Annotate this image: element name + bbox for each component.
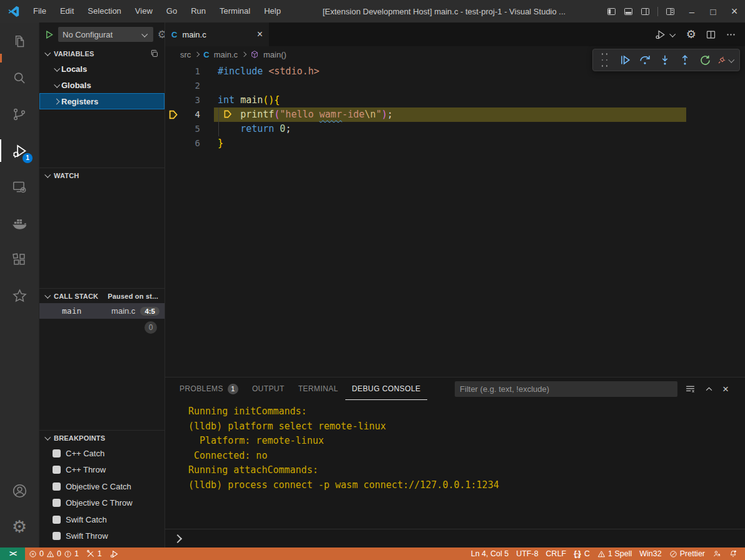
- breakpoint-checkbox[interactable]: [53, 516, 61, 524]
- breakpoint-checkbox[interactable]: [53, 532, 61, 540]
- restart-icon[interactable]: [697, 52, 713, 68]
- breakpoint-row[interactable]: C++ Catch: [39, 445, 165, 462]
- line-content[interactable]: return 0;: [214, 122, 291, 136]
- breakpoint-checkbox[interactable]: [53, 449, 61, 458]
- breadcrumb-folder[interactable]: src: [180, 50, 191, 59]
- close-button[interactable]: ×: [724, 0, 745, 22]
- editor-settings-gear-icon[interactable]: ⚙: [686, 29, 696, 40]
- toggle-secondary-sidebar-icon[interactable]: [641, 7, 650, 16]
- watch-header[interactable]: WATCH: [39, 168, 165, 182]
- breakpoint-checkbox[interactable]: [53, 466, 61, 474]
- remote-explorer-icon[interactable]: [0, 169, 39, 205]
- call-stack-header[interactable]: CALL STACK Paused on st...: [39, 289, 165, 303]
- feedback-status[interactable]: [709, 548, 725, 560]
- breakpoint-checkbox[interactable]: [53, 499, 61, 507]
- step-out-icon[interactable]: [677, 52, 693, 68]
- launch-settings-gear-icon[interactable]: ⚙: [158, 29, 165, 40]
- step-into-icon[interactable]: [657, 52, 673, 68]
- code-editor[interactable]: 1#include <stdio.h>2 3int main(){4 print…: [165, 62, 745, 377]
- breakpoint-row[interactable]: Swift Catch: [39, 511, 165, 528]
- maximize-button[interactable]: □: [702, 0, 724, 22]
- breakpoint-row[interactable]: Swift Throw: [39, 528, 165, 545]
- drag-handle-icon[interactable]: [597, 52, 613, 68]
- tab-close-icon[interactable]: ×: [257, 29, 263, 39]
- maximize-panel-icon[interactable]: [704, 384, 714, 394]
- notifications-bell[interactable]: [725, 548, 741, 560]
- more-actions-icon[interactable]: [726, 29, 736, 40]
- menu-item-selection[interactable]: Selection: [81, 0, 128, 22]
- gutter-glyph-margin[interactable]: [165, 64, 183, 79]
- minimize-button[interactable]: –: [681, 0, 702, 22]
- line-content[interactable]: printf("hello wamr-ide\n");: [214, 108, 686, 122]
- menu-item-terminal[interactable]: Terminal: [213, 0, 257, 22]
- split-editor-icon[interactable]: [706, 29, 716, 40]
- extensions-icon[interactable]: [0, 241, 39, 278]
- continue-icon[interactable]: [617, 52, 633, 68]
- remote-indicator[interactable]: ><: [0, 548, 25, 560]
- debug-config-dropdown[interactable]: No Configurat: [58, 27, 153, 42]
- panel-tab-output[interactable]: OUTPUT: [245, 378, 291, 400]
- breadcrumb-file[interactable]: main.c: [214, 50, 238, 59]
- customize-layout-icon[interactable]: [666, 7, 675, 16]
- disconnect-icon[interactable]: [717, 52, 736, 68]
- encoding-status[interactable]: UTF-8: [512, 548, 542, 560]
- platform-status[interactable]: Win32: [636, 548, 665, 560]
- variables-header[interactable]: VARIABLES: [39, 46, 165, 61]
- toggle-sidebar-icon[interactable]: [607, 7, 616, 16]
- copy-icon[interactable]: [150, 49, 159, 58]
- gutter-glyph-margin[interactable]: [165, 93, 183, 108]
- breakpoint-checkbox[interactable]: [53, 482, 61, 491]
- problems-status[interactable]: 0 0 1: [25, 548, 83, 560]
- step-over-icon[interactable]: [637, 52, 653, 68]
- tab-main-c[interactable]: C main.c ×: [165, 22, 269, 46]
- panel-tab-debug-console[interactable]: DEBUG CONSOLE: [345, 378, 428, 400]
- toggle-panel-icon[interactable]: [624, 7, 633, 16]
- gutter-glyph-margin[interactable]: [165, 136, 183, 151]
- variables-item-globals[interactable]: Globals: [39, 77, 165, 93]
- accounts-icon[interactable]: [0, 472, 39, 509]
- breakpoint-row[interactable]: C++ Throw: [39, 462, 165, 479]
- breakpoint-row[interactable]: Objective C Catch: [39, 478, 165, 495]
- menu-item-file[interactable]: File: [26, 0, 53, 22]
- run-and-debug-icon[interactable]: 1: [0, 132, 39, 169]
- formatter-status[interactable]: Prettier: [666, 548, 709, 560]
- gutter-glyph-margin[interactable]: [165, 79, 183, 93]
- tools-status[interactable]: 1: [83, 548, 106, 560]
- debug-session-status[interactable]: [106, 548, 123, 560]
- gutter-glyph-margin[interactable]: [165, 122, 183, 136]
- eol-status[interactable]: CRLF: [542, 548, 570, 560]
- panel-tab-terminal[interactable]: TERMINAL: [291, 378, 345, 400]
- docker-icon[interactable]: [0, 205, 39, 241]
- start-debug-icon[interactable]: [44, 30, 54, 39]
- breadcrumb-symbol[interactable]: main(): [263, 50, 286, 59]
- cursor-position[interactable]: Ln 4, Col 5: [467, 548, 512, 560]
- debug-filter-input[interactable]: [455, 381, 677, 397]
- clear-console-icon[interactable]: [685, 384, 696, 394]
- line-content[interactable]: }: [214, 136, 223, 151]
- spell-checker-status[interactable]: 1 Spell: [594, 548, 636, 560]
- close-panel-icon[interactable]: ×: [722, 384, 729, 394]
- stack-frame-row[interactable]: main main.c 4:5: [39, 303, 165, 319]
- source-control-icon[interactable]: [0, 96, 39, 132]
- menu-item-edit[interactable]: Edit: [53, 0, 81, 22]
- line-content[interactable]: int main(){: [214, 93, 280, 108]
- menu-item-help[interactable]: Help: [257, 0, 288, 22]
- gutter-glyph-margin[interactable]: [165, 108, 183, 122]
- search-icon[interactable]: [0, 60, 39, 96]
- settings-gear-icon[interactable]: ⚙: [0, 509, 39, 545]
- language-mode[interactable]: { } C: [570, 548, 594, 560]
- panel-tab-problems[interactable]: PROBLEMS1: [173, 378, 245, 400]
- explorer-icon[interactable]: [0, 24, 39, 60]
- favorites-star-icon[interactable]: [0, 278, 39, 314]
- line-content[interactable]: [214, 79, 223, 93]
- variables-item-locals[interactable]: Locals: [39, 61, 165, 77]
- breakpoint-row[interactable]: Objective C Throw: [39, 495, 165, 512]
- run-or-debug-icon[interactable]: [654, 29, 677, 41]
- variables-item-registers[interactable]: Registers: [39, 93, 165, 109]
- menu-item-run[interactable]: Run: [184, 0, 213, 22]
- breakpoints-header[interactable]: BREAKPOINTS: [39, 431, 165, 445]
- menu-item-view[interactable]: View: [128, 0, 160, 22]
- line-content[interactable]: #include <stdio.h>: [214, 64, 320, 79]
- menu-item-go[interactable]: Go: [160, 0, 184, 22]
- debug-console-input[interactable]: [165, 529, 745, 548]
